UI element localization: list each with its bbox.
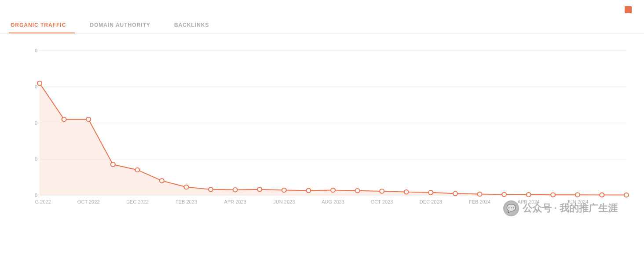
svg-point-17	[184, 185, 188, 189]
svg-point-32	[551, 193, 555, 197]
svg-point-33	[575, 193, 580, 197]
svg-text:FEB 2024: FEB 2024	[469, 200, 490, 205]
svg-point-34	[600, 193, 604, 197]
svg-text:JUN 2024: JUN 2024	[567, 200, 588, 205]
svg-point-30	[502, 193, 506, 197]
svg-text:DEC 2022: DEC 2022	[126, 200, 149, 205]
main-container: ORGANIC TRAFFIC DOMAIN AUTHORITY BACKLIN…	[0, 0, 644, 262]
tab-backlinks[interactable]: BACKLINKS	[172, 18, 218, 33]
svg-text:40,000: 40,000	[35, 120, 37, 126]
svg-text:APR 2024: APR 2024	[517, 200, 539, 205]
svg-point-19	[233, 188, 238, 192]
svg-point-13	[86, 117, 91, 122]
svg-text:80,000: 80,000	[35, 48, 37, 53]
svg-text:AUG 2023: AUG 2023	[322, 200, 344, 205]
svg-marker-10	[40, 83, 626, 195]
legend-color-box	[625, 6, 632, 13]
tab-organic-traffic[interactable]: ORGANIC TRAFFIC	[9, 18, 75, 33]
svg-text:60,000: 60,000	[35, 84, 37, 90]
svg-point-28	[453, 191, 457, 196]
svg-point-29	[477, 192, 482, 196]
chart-area: 020,00040,00060,00080,000AUG 2022OCT 202…	[0, 33, 644, 247]
svg-point-35	[624, 193, 629, 197]
svg-point-31	[527, 193, 531, 197]
svg-point-16	[160, 178, 164, 183]
svg-point-27	[428, 190, 433, 195]
svg-text:FEB 2023: FEB 2023	[176, 200, 197, 205]
svg-text:20,000: 20,000	[35, 156, 37, 162]
svg-point-12	[62, 117, 66, 122]
svg-point-20	[257, 187, 262, 192]
header	[0, 0, 644, 18]
svg-text:OCT 2022: OCT 2022	[77, 200, 100, 205]
svg-text:APR 2023: APR 2023	[224, 200, 246, 205]
svg-point-23	[331, 188, 335, 193]
svg-text:OCT 2023: OCT 2023	[371, 200, 393, 205]
chart-svg: 020,00040,00060,00080,000AUG 2022OCT 202…	[35, 42, 635, 221]
svg-text:JUN 2023: JUN 2023	[273, 200, 295, 205]
svg-point-21	[282, 188, 286, 193]
svg-point-26	[404, 190, 409, 194]
svg-text:0: 0	[35, 193, 37, 198]
svg-point-14	[111, 162, 115, 167]
svg-point-25	[380, 189, 384, 193]
tab-domain-authority[interactable]: DOMAIN AUTHORITY	[88, 18, 159, 33]
tab-bar: ORGANIC TRAFFIC DOMAIN AUTHORITY BACKLIN…	[0, 18, 644, 33]
svg-point-18	[209, 187, 213, 192]
svg-text:DEC 2023: DEC 2023	[420, 200, 442, 205]
svg-text:AUG 2022: AUG 2022	[35, 200, 51, 205]
svg-point-11	[37, 81, 42, 85]
svg-point-22	[306, 188, 311, 193]
svg-point-24	[355, 189, 360, 193]
legend	[625, 6, 635, 13]
svg-point-15	[135, 168, 139, 172]
